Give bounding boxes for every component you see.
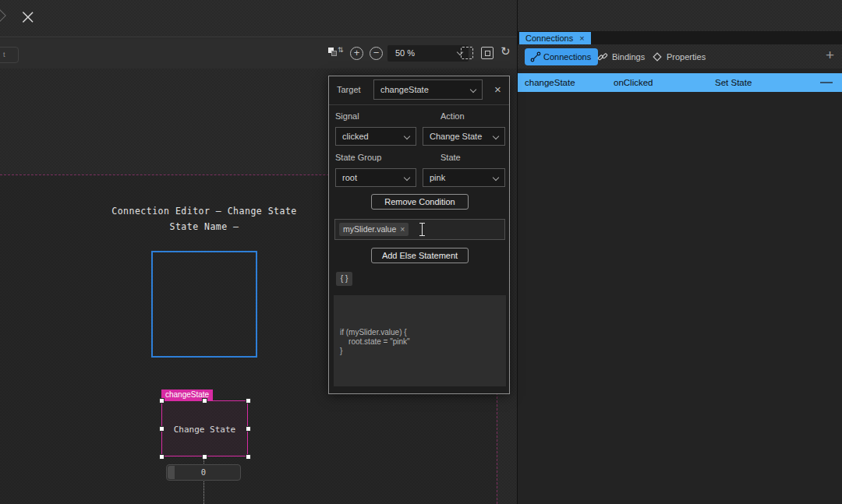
connections-icon [530,51,541,62]
canvas-toolbar: t ⇅ + − 50 % ↻ [0,38,517,69]
connection-row-action: Set State [715,73,820,92]
remove-condition-button[interactable]: Remove Condition [371,194,469,210]
toolbar-tab-connections-label: Connections [543,52,591,62]
background-color-toggle-icon[interactable]: ⇅ [328,48,341,58]
condition-tag-close-icon[interactable]: × [400,224,405,234]
toolbar-tab-properties[interactable]: Properties [652,48,706,65]
zoom-out-icon[interactable]: − [370,47,383,60]
zoom-to-selection-icon[interactable] [481,47,494,59]
chevron-down-icon [493,133,499,139]
selected-button-item[interactable]: Change State [161,400,248,456]
bindings-icon [597,51,608,62]
add-else-statement-button[interactable]: Add Else Statement [371,248,469,263]
action-dropdown[interactable]: Change State [423,127,505,146]
condition-tag-text: mySlider.value [343,224,396,234]
selection-handle[interactable] [246,399,250,403]
top-bar [0,0,517,37]
selection-handle[interactable] [160,427,164,431]
state-group-label: State Group [335,153,381,162]
selection-handle[interactable] [246,455,250,459]
slider-item[interactable]: 0 [166,464,241,481]
tab-close-icon[interactable]: × [579,33,584,43]
state-group-dropdown[interactable]: root [335,168,416,187]
connection-editor-dialog: Target changeState × Signal Action click… [328,76,510,394]
selection-handle[interactable] [160,455,164,459]
open-code-editor-button[interactable]: { } [336,272,352,286]
chevron-down-icon [404,174,410,181]
action-label: Action [440,111,465,121]
tab-connections[interactable]: Connections× [519,32,591,44]
canvas-title-text: Connection Editor — Change State [103,206,306,217]
toolbar-tab-properties-label: Properties [667,52,706,62]
connection-row[interactable]: changeState onClicked Set State [518,73,842,92]
state-dropdown[interactable]: pink [423,168,505,187]
code-preview: if (mySlider.value) { root.state = "pink… [334,295,506,386]
selection-handle[interactable] [246,427,250,431]
text-cursor [419,223,426,236]
toolbar-tab-connections[interactable]: Connections [525,48,598,65]
canvas-subtitle-text: State Name — [103,221,306,232]
target-value: changeState [380,85,429,94]
close-icon[interactable] [23,10,34,21]
signal-value: clicked [342,132,369,141]
selection-handle[interactable] [203,399,207,403]
divider [329,104,509,105]
state-value: pink [430,173,445,182]
code-line: if (mySlider.value) { [340,328,410,337]
add-connection-button[interactable]: + [826,47,834,64]
connections-panel: Connections× Connections Bindings Pro [517,0,842,504]
connection-row-target: changeState [518,73,614,92]
zoom-level-field[interactable]: 50 % [387,45,469,62]
signal-label: Signal [335,111,359,121]
target-dropdown[interactable]: changeState [373,79,483,100]
state-group-value: root [342,173,357,182]
tab-connections-label: Connections [525,33,573,43]
condition-tag-chip[interactable]: mySlider.value× [339,223,409,236]
slider-value: 0 [167,467,240,477]
connection-row-signal: onClicked [614,73,715,92]
chevron-right-icon [0,8,6,23]
target-label: Target [337,85,361,94]
chevron-down-icon [404,133,410,139]
code-line: root.state = "pink" [340,337,410,347]
chevron-down-icon [470,86,476,93]
application-window: t ⇅ + − 50 % ↻ Connection Editor — Chang… [0,0,842,504]
toolbar-tab-bindings[interactable]: Bindings [597,48,645,65]
remove-connection-icon[interactable] [820,82,833,83]
chevron-down-icon [493,174,499,181]
condition-input[interactable]: mySlider.value× [334,219,505,240]
action-value: Change State [430,132,482,141]
dialog-close-icon[interactable]: × [492,84,504,96]
fit-screen-icon[interactable] [461,47,473,59]
signal-dropdown[interactable]: clicked [335,127,416,146]
zoom-level-value: 50 % [395,48,415,58]
reset-view-icon[interactable]: ↻ [501,44,511,58]
panel-tab-strip: Connections× [518,31,842,44]
selection-handle[interactable] [160,399,164,403]
panel-top-bar [518,0,842,31]
properties-icon [652,51,663,62]
selection-handle[interactable] [203,455,207,459]
state-label: State [440,153,461,162]
button-item-text: Change State [162,425,247,435]
panel-toolbar: Connections Bindings Properties + [518,44,842,69]
zoom-in-icon[interactable]: + [350,47,363,60]
code-line: } [340,347,410,356]
state-rectangle-item[interactable] [151,251,257,358]
breadcrumb-stub[interactable]: t [0,47,19,63]
toolbar-tab-bindings-label: Bindings [612,52,645,62]
